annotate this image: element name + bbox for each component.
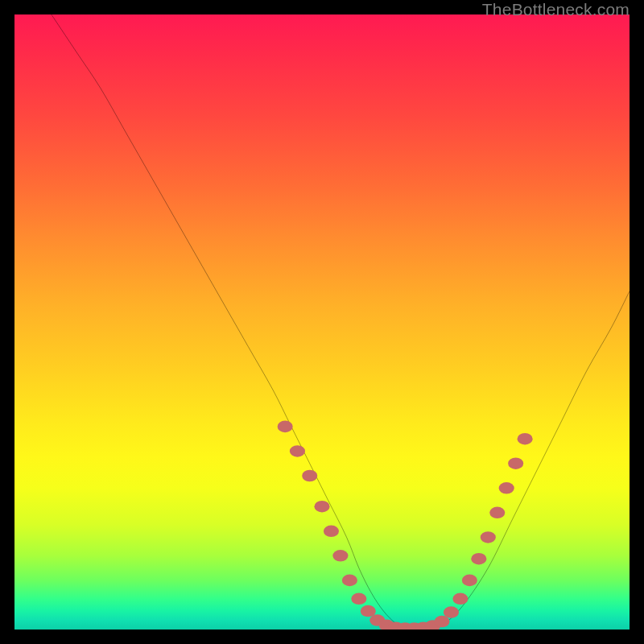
curve-marker [499,482,514,494]
curve-layer [14,14,630,630]
curve-marker [342,575,357,587]
curve-marker [518,433,533,445]
plot-area [14,14,630,630]
curve-marker [508,457,523,469]
curve-marker [302,470,317,482]
marker-group [278,421,533,630]
bottleneck-curve [52,14,630,630]
curve-marker [290,445,305,457]
curve-marker [361,605,376,617]
curve-marker [481,531,496,543]
curve-marker [278,421,293,433]
bottleneck-curve-group [52,14,630,630]
curve-marker [489,507,505,519]
curve-marker [444,606,459,618]
curve-marker [452,593,468,605]
watermark-text: TheBottleneck.com [482,0,630,19]
chart-stage: TheBottleneck.com [0,0,644,644]
curve-marker [351,593,366,605]
curve-marker [434,616,449,628]
curve-marker [471,553,486,565]
curve-marker [324,526,339,538]
curve-marker [314,501,329,513]
curve-marker [332,550,348,562]
curve-marker [462,575,477,587]
